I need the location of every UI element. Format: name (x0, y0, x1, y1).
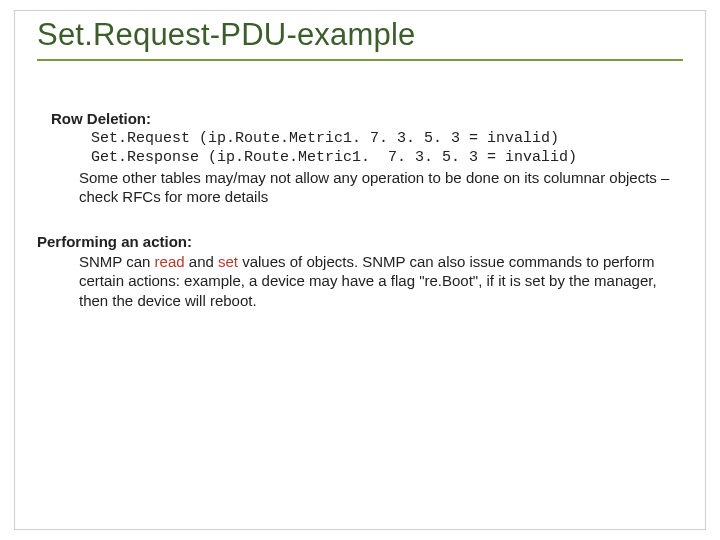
slide-frame: Set.Request-PDU-example Row Deletion: Se… (14, 10, 706, 530)
getresponse-line: Get.Response (ip.Route.Metric1. 7. 3. 5.… (91, 148, 683, 167)
row-deletion-section: Row Deletion: Set.Request (ip.Route.Metr… (37, 109, 683, 206)
setrequest-line: Set.Request (ip.Route.Metric1. 7. 3. 5. … (91, 129, 683, 148)
performing-action-heading: Performing an action: (37, 232, 683, 251)
row-deletion-heading: Row Deletion: (51, 109, 683, 128)
keyword-read: read (155, 253, 185, 270)
slide-title: Set.Request-PDU-example (37, 15, 683, 61)
action-text-pre: SNMP can (79, 253, 155, 270)
performing-action-paragraph: SNMP can read and set values of objects.… (79, 252, 677, 310)
row-deletion-paragraph: Some other tables may/may not allow any … (79, 168, 675, 206)
action-text-mid1: and (185, 253, 218, 270)
keyword-set: set (218, 253, 238, 270)
performing-action-section: Performing an action: SNMP can read and … (37, 232, 683, 310)
